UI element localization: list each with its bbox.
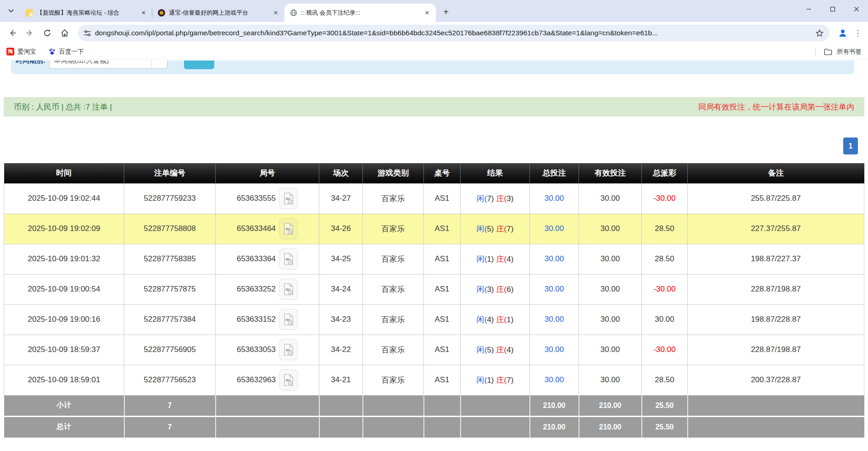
video-replay-icon[interactable] [279,248,298,270]
session-cell: 34-22 [319,335,363,365]
valid-bet-notice-text: 同局有效投注，统一计算在该局第一张注单内 [698,102,854,112]
remark-cell: 255.87/225.87 [688,183,864,214]
site-settings-icon[interactable] [83,29,91,37]
tab-title: 【新提醒】海燕策略论坛 - 综合 [37,9,136,17]
game-type-cell: 百家乐 [363,335,424,365]
all-bookmarks[interactable]: 所有书签 [815,48,862,56]
game-type-cell: 百家乐 [363,244,424,274]
round-cell: 653633555 [216,183,319,214]
table-row: 2025-10-09 18:59:01522877756523653632963… [4,365,864,395]
round-cell: 653632963 [216,365,319,395]
video-replay-icon[interactable] [279,188,298,209]
browser-tab-2[interactable]: 通宝-信誉最好的网上游戏平台 ✕ [152,4,284,22]
bookmark-baidu[interactable]: 百度一下 [48,48,84,56]
payout-cell: 28.50 [642,214,688,244]
bookmark-star-icon[interactable] [815,29,824,38]
summary-valid-bet: 210.00 [579,395,642,416]
total-bet-link[interactable]: 30.00 [530,304,579,335]
pagination: 1 [0,138,858,155]
total-bet-link[interactable]: 30.00 [530,365,579,395]
bet-id-cell: 522877759233 [124,183,216,214]
video-replay-icon[interactable] [279,279,298,300]
result-player: 闲(4) [477,314,494,325]
window-controls [801,3,864,16]
new-tab-button[interactable]: + [440,6,452,18]
round-cell: 653633053 [216,335,319,365]
result-cell: 闲(5)庄(7) [461,214,530,244]
grand-total-row: 总计7210.00210.0025.50 [4,416,864,437]
payout-cell: -30.00 [642,335,688,365]
table-no-cell: AS1 [424,183,461,214]
round-id-text: 653633364 [237,254,276,264]
profile-avatar-icon[interactable] [835,25,851,41]
query-button[interactable] [184,60,214,69]
video-replay-icon[interactable] [279,309,298,330]
select-dropdown-handle[interactable] [151,60,167,68]
valid-bet-cell: 30.00 [579,183,642,214]
browser-tab-active[interactable]: :::视讯 会员下注纪录::: ✕ [284,4,436,22]
url-text[interactable]: dongshouji.com/ipl/portal.php/game/betre… [95,29,811,37]
reload-icon[interactable] [39,25,55,41]
result-cell: 闲(3)庄(6) [461,274,530,304]
valid-bet-cell: 30.00 [579,214,642,244]
empty-cell [424,395,461,416]
bet-records-table: 时间 注单编号 局号 场次 游戏类别 桌号 结果 总投注 有效投注 总派彩 备注… [4,163,864,438]
tab-title: 通宝-信誉最好的网上游戏平台 [169,9,268,17]
video-replay-icon[interactable] [279,218,298,239]
total-bet-link[interactable]: 30.00 [530,183,579,214]
bookmark-aitaobao[interactable]: 淘 爱淘宝 [6,48,36,56]
total-bet-link[interactable]: 30.00 [530,274,579,304]
result-banker: 庄(7) [496,375,514,385]
browser-menu-icon[interactable]: ⋮ [852,25,863,41]
video-replay-icon[interactable] [279,369,298,390]
browser-tab-1[interactable]: 【新提醒】海燕策略论坛 - 综合 ✕ [20,4,152,22]
session-cell: 34-27 [319,183,363,214]
summary-total-bet: 210.00 [530,416,579,437]
browser-tab-strip: 【新提醒】海燕策略论坛 - 综合 ✕ 通宝-信誉最好的网上游戏平台 ✕ :::视… [0,0,868,22]
round-cell: 653633252 [216,274,319,304]
close-window-button[interactable] [849,3,864,16]
remark-cell: 228.87/198.87 [688,274,864,304]
result-cell: 闲(1)庄(7) [461,365,530,395]
total-bet-link[interactable]: 30.00 [530,335,579,365]
address-bar[interactable]: dongshouji.com/ipl/portal.php/game/betre… [78,25,829,41]
valid-bet-cell: 30.00 [579,274,642,304]
col-remark: 备注 [688,163,864,183]
result-cell: 闲(1)庄(4) [461,244,530,274]
table-no-cell: AS1 [424,304,461,335]
round-cell: 653633364 [216,244,319,274]
all-bookmarks-label: 所有书签 [837,48,862,56]
payout-cell: -30.00 [642,274,688,304]
result-banker: 庄(3) [496,193,514,204]
total-bet-link[interactable]: 30.00 [530,244,579,274]
result-player: 闲(5) [477,224,494,234]
empty-cell [216,416,319,437]
tab-search-chevron-icon[interactable] [5,5,17,17]
page-1-button[interactable]: 1 [843,138,858,154]
remark-cell: 198.87/228.87 [688,304,864,335]
time-cell: 2025-10-09 19:02:44 [4,183,124,214]
forward-icon[interactable] [22,25,38,41]
table-row: 2025-10-09 19:00:16522877757384653633152… [4,304,864,335]
session-cell: 34-21 [319,365,363,395]
close-icon[interactable]: ✕ [139,9,148,17]
round-cell: 653633152 [216,304,319,335]
close-icon[interactable]: ✕ [272,9,280,17]
period-select[interactable]: 本周期(出/入金额) [49,60,167,69]
round-id-text: 653633464 [237,224,276,233]
back-icon[interactable] [5,25,20,41]
maximize-button[interactable] [825,3,840,16]
filter-panel-clipped: 时间期别: 本周期(出/入金额) [11,60,854,74]
total-bet-link[interactable]: 30.00 [530,214,579,244]
payout-cell: 30.00 [642,304,688,335]
game-type-cell: 百家乐 [363,214,424,244]
close-icon[interactable]: ✕ [423,9,431,17]
period-select-value: 本周期(出/入金额) [50,60,151,65]
video-replay-icon[interactable] [279,339,298,360]
round-id-text: 653633252 [237,285,276,294]
home-icon[interactable] [57,25,72,41]
table-no-cell: AS1 [424,244,461,274]
minimize-button[interactable] [801,3,817,16]
result-banker: 庄(6) [496,284,514,295]
round-id-text: 653633555 [237,194,276,203]
